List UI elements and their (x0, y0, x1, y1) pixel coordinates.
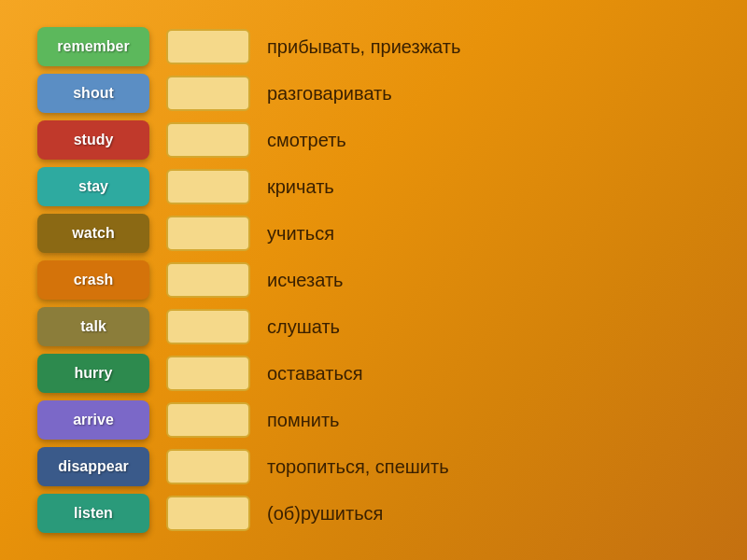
word-button-hurry[interactable]: hurry (37, 354, 149, 393)
word-button-remember[interactable]: remember (37, 27, 149, 66)
row-listen: listen(об)рушиться (37, 494, 710, 533)
word-button-watch[interactable]: watch (37, 214, 149, 253)
translation-arrive: помнить (267, 410, 710, 431)
translation-disappear: торопиться, спешить (267, 456, 710, 478)
answer-box-talk[interactable] (166, 309, 250, 344)
translation-hurry: оставаться (267, 363, 710, 385)
translation-stay: кричать (267, 176, 710, 198)
row-arrive: arriveпомнить (37, 400, 710, 440)
word-button-stay[interactable]: stay (37, 167, 149, 206)
row-stay: stayкричать (37, 167, 710, 206)
translation-crash: исчезать (267, 270, 710, 291)
answer-box-crash[interactable] (166, 262, 250, 298)
word-button-crash[interactable]: crash (37, 260, 149, 300)
translation-study: смотреть (267, 130, 710, 151)
main-container: rememberприбывать, приезжатьshoutразгова… (19, 14, 728, 546)
row-remember: rememberприбывать, приезжать (37, 27, 710, 66)
translation-shout: разговаривать (267, 83, 710, 105)
row-shout: shoutразговаривать (37, 74, 710, 113)
translation-listen: (об)рушиться (267, 503, 710, 525)
word-button-arrive[interactable]: arrive (37, 400, 149, 440)
translation-talk: слушать (267, 316, 710, 338)
answer-box-remember[interactable] (166, 29, 250, 64)
row-crash: crashисчезать (37, 260, 710, 300)
answer-box-study[interactable] (166, 122, 250, 158)
answer-box-disappear[interactable] (166, 449, 250, 484)
row-study: studyсмотреть (37, 120, 710, 160)
row-disappear: disappearторопиться, спешить (37, 447, 710, 486)
row-watch: watchучиться (37, 214, 710, 253)
answer-box-stay[interactable] (166, 169, 250, 204)
word-button-disappear[interactable]: disappear (37, 447, 149, 486)
answer-box-hurry[interactable] (166, 356, 250, 391)
answer-box-watch[interactable] (166, 216, 250, 251)
row-talk: talkслушать (37, 307, 710, 346)
translation-watch: учиться (267, 223, 710, 245)
answer-box-listen[interactable] (166, 496, 250, 531)
word-button-shout[interactable]: shout (37, 74, 149, 113)
word-button-talk[interactable]: talk (37, 307, 149, 346)
word-button-study[interactable]: study (37, 120, 149, 160)
word-button-listen[interactable]: listen (37, 494, 149, 533)
answer-box-shout[interactable] (166, 76, 250, 111)
translation-remember: прибывать, приезжать (267, 36, 710, 58)
row-hurry: hurryоставаться (37, 354, 710, 393)
answer-box-arrive[interactable] (166, 402, 250, 438)
